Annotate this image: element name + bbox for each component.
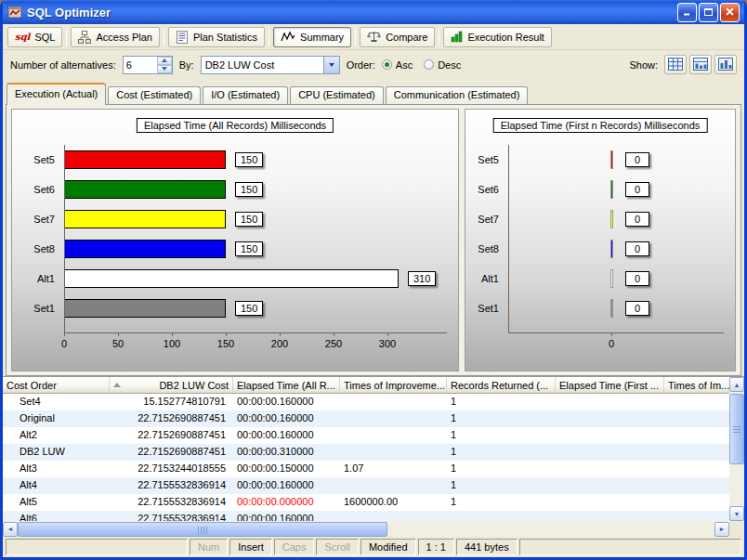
spin-down-button[interactable] [157,65,172,73]
table-row-alt6[interactable]: Alt622.715553283691400:00:00.160000 [3,511,729,521]
tab-cpu-estimated[interactable]: CPU (Estimated) [290,86,384,104]
close-button[interactable] [720,3,740,22]
toolbar-button-access-plan[interactable]: Access Plan [71,27,160,47]
table-row-alt3[interactable]: Alt322.715324401855500:00:00.1500001.071 [3,461,729,477]
cell: DB2 LUW [3,444,110,461]
y-axis [64,145,65,332]
cell: 1600000.00 [340,494,447,511]
table-row-alt5[interactable]: Alt522.715553283691400:00:00.00000016000… [3,494,729,511]
status-message-pane [6,539,188,555]
table-row-alt4[interactable]: Alt422.715553283691400:00:00.1600001 [3,477,729,494]
toolbar-separator [164,29,164,46]
column-header-records-returned[interactable]: Records Returned (... [447,377,556,393]
spin-up-button[interactable] [157,57,172,65]
chart-plot: Set5150Set6150Set7150Set8150Alt1310Set11… [64,150,447,355]
show-table-chart-button[interactable] [689,55,712,74]
cell: 1 [447,444,556,461]
bar-set8 [610,240,613,258]
chart-all-records-panel: Elapsed Time (All Records) MillisecondsS… [11,109,459,371]
status-scroll: Scroll [316,539,359,555]
toolbar-button-label: Execution Result [467,32,544,43]
tab-cost-estimated[interactable]: Cost (Estimated) [108,86,201,104]
chart-title: Elapsed Time (First n Records) Milliseco… [493,118,708,133]
bar-set5 [64,150,226,169]
category-label-alt1: Alt1 [465,269,499,288]
table-row-db2-luw[interactable]: DB2 LUW22.715269088745100:00:00.3100001 [3,444,729,461]
cell: 15.152774810791 [110,394,233,410]
cell: 1.07 [340,461,447,477]
cell: 00:00:00.150000 [233,461,340,477]
value-label-set7: 0 [625,212,649,227]
horizontal-scroll-thumb[interactable] [18,522,387,537]
category-label-set6: Set6 [465,180,499,199]
toolbar-button-execution-result[interactable]: Execution Result [443,27,552,47]
maximize-button[interactable] [699,3,718,22]
toolbar-button-plan-statistics[interactable]: Plan Statistics [168,27,265,47]
tab-i-o-estimated[interactable]: I/O (Estimated) [203,86,288,104]
vertical-scrollbar[interactable]: ▲ ▼ [729,377,744,521]
value-label-set6: 0 [625,182,649,197]
column-header-elapsed-time-first[interactable]: Elapsed Time (First ... [556,377,664,393]
alternatives-spinner [123,56,173,74]
vertical-scroll-thumb[interactable] [729,394,744,464]
order-radio-desc[interactable]: Desc [424,59,461,71]
bar-alt1 [64,269,399,288]
scroll-right-button[interactable]: ► [714,522,729,537]
toolbar-button-summary[interactable]: Summary [273,27,351,47]
column-header-elapsed-time-all-r[interactable]: Elapsed Time (All R... [233,377,340,393]
scroll-down-button[interactable]: ▼ [729,506,744,521]
order-radio-asc[interactable]: Asc [382,59,413,71]
vertical-scroll-track[interactable] [729,392,744,506]
cell [340,410,447,427]
chart-title: Elapsed Time (All Records) Milliseconds [137,118,334,133]
title-bar[interactable]: SQL Optimizer [3,0,744,24]
value-label-set7: 150 [235,212,263,227]
cell [664,477,729,494]
table-row-set4[interactable]: Set415.15277481079100:00:00.1600001 [3,394,729,410]
column-header-times-of-im[interactable]: Times of Im... [664,377,729,393]
toolbar-button-sql[interactable]: sqlSQL [7,27,62,47]
triangle-up-icon [162,59,167,62]
value-label-alt1: 0 [625,271,649,286]
alternatives-input[interactable] [124,57,157,73]
column-header-times-of-improveme[interactable]: Times of Improveme... [340,377,447,393]
show-table-icon [668,58,683,72]
table-row-original[interactable]: Original22.715269088745100:00:00.1600001 [3,410,729,427]
maximize-icon [704,7,713,18]
show-chart-button[interactable] [714,55,737,74]
bar-set7 [64,210,226,228]
toolbar-button-label: SQL [34,32,55,43]
cell [664,394,729,410]
cell [664,494,729,511]
tab-execution-actual[interactable]: Execution (Actual) [7,83,106,105]
plan-statistics-icon [176,31,189,44]
cell: 00:00:00.160000 [233,511,340,521]
scroll-up-button[interactable]: ▲ [729,377,744,392]
axis-tick-label: 200 [266,338,294,349]
horizontal-scroll-track[interactable] [18,522,714,537]
cell: Alt4 [3,477,110,494]
cell: 00:00:00.310000 [233,444,340,461]
horizontal-scrollbar[interactable]: ◄ ► [3,521,744,537]
execution-result-icon [451,31,463,43]
cell [664,444,729,461]
column-header-db2-luw-cost[interactable]: DB2 LUW Cost [110,377,233,393]
minimize-button[interactable] [677,3,697,22]
scroll-left-button[interactable]: ◄ [3,522,18,537]
cell: 22.7152690887451 [110,410,233,427]
show-table-button[interactable] [664,55,687,74]
summary-tab-page: Elapsed Time (All Records) MillisecondsS… [6,104,741,376]
column-header-cost-order[interactable]: Cost Order [3,377,110,393]
table-row-alt2[interactable]: Alt222.715269088745100:00:00.1600001 [3,427,729,444]
column-header-label: Elapsed Time (All R... [237,380,335,391]
dropdown-button[interactable] [323,57,339,73]
value-label-set5: 0 [625,152,649,167]
toolbar-separator [355,29,356,46]
toolbar-button-compare[interactable]: Compare [360,27,435,47]
by-label: By: [179,59,194,71]
minimize-icon [683,7,691,18]
by-dropdown[interactable]: DB2 LUW Cost [201,56,340,74]
tab-communication-estimated[interactable]: Communication (Estimated) [386,86,529,104]
cell [664,427,729,444]
cell [556,511,664,521]
